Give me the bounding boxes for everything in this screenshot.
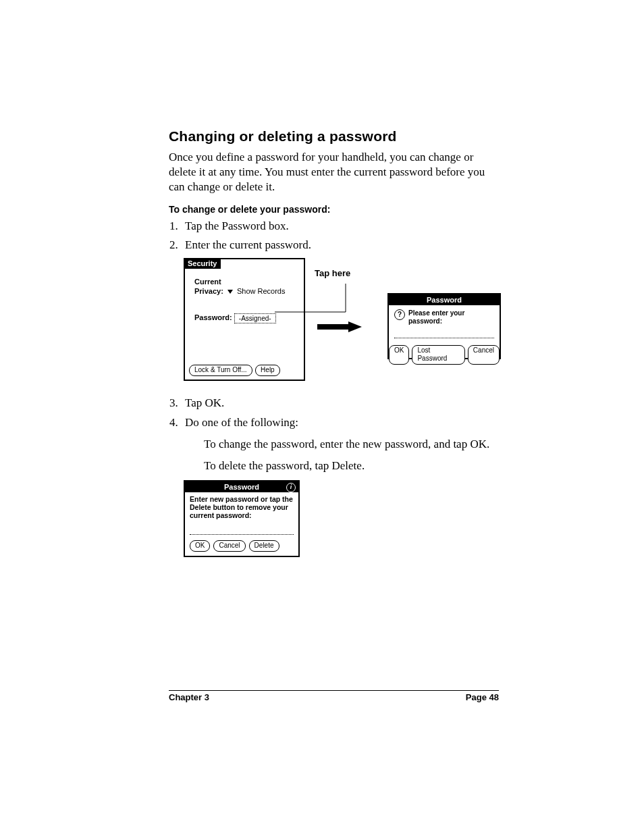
label-password: Password: [194, 314, 232, 322]
info-icon[interactable]: i [286, 483, 296, 492]
lock-turnoff-button[interactable]: Lock & Turn Off... [189, 365, 252, 376]
password-dialog-title: Password [389, 294, 500, 305]
privacy-value[interactable]: Show Records [237, 287, 286, 295]
intro-paragraph: Once you define a password for your hand… [169, 150, 499, 194]
step-1: Tap the Password box. [181, 219, 499, 234]
lost-password-button[interactable]: Lost Password [412, 345, 464, 365]
dialog2-prompt: Enter new password or tap the Delete but… [185, 492, 298, 522]
label-current: Current [194, 278, 221, 286]
step-4: Do one of the following: To change the p… [181, 415, 499, 473]
screenshot-password-prompt: Password ? Please enter your password: O… [387, 293, 501, 359]
steps-list-part2: Tap OK. Do one of the following: To chan… [169, 396, 499, 473]
security-title: Security [184, 258, 221, 269]
arrow-icon [317, 321, 362, 332]
procedure-heading: To change or delete your password: [169, 204, 499, 215]
screenshot-password-change: Password i Enter new password or tap the… [184, 480, 300, 557]
footer-chapter: Chapter 3 [169, 692, 209, 702]
password-prompt-text: Please enter your password: [408, 309, 494, 325]
question-mark-icon: ? [394, 309, 405, 320]
screenshot-security: Security Current Privacy: Show Records P… [184, 258, 305, 381]
ok-button-2[interactable]: OK [190, 540, 210, 552]
dropdown-arrow-icon[interactable] [227, 290, 233, 294]
help-button[interactable]: Help [255, 365, 280, 376]
new-password-input-line[interactable] [190, 527, 294, 535]
step-3: Tap OK. [181, 396, 499, 411]
label-privacy: Privacy: [194, 287, 223, 295]
substep-delete: To delete the password, tap Delete. [204, 459, 499, 473]
delete-button[interactable]: Delete [249, 540, 279, 552]
dialog2-title: Password [224, 483, 259, 491]
cancel-button[interactable]: Cancel [468, 345, 500, 365]
page-footer: Chapter 3 Page 48 [169, 690, 499, 702]
footer-page: Page 48 [466, 692, 499, 702]
steps-list-part1: Tap the Password box. Enter the current … [169, 219, 499, 253]
password-input-line[interactable] [394, 331, 494, 338]
callout-tap-here: Tap here [315, 268, 350, 278]
section-heading: Changing or deleting a password [169, 128, 499, 145]
ok-button[interactable]: OK [389, 345, 409, 365]
figure-password-change-delete: Password i Enter new password or tap the… [184, 480, 499, 557]
password-box[interactable]: -Assigned- [234, 313, 276, 323]
cancel-button-2[interactable]: Cancel [213, 540, 245, 552]
step-2: Enter the current password. [181, 238, 499, 253]
substep-change: To change the password, enter the new pa… [204, 437, 499, 452]
figure-security-to-password: Security Current Privacy: Show Records P… [184, 258, 501, 389]
